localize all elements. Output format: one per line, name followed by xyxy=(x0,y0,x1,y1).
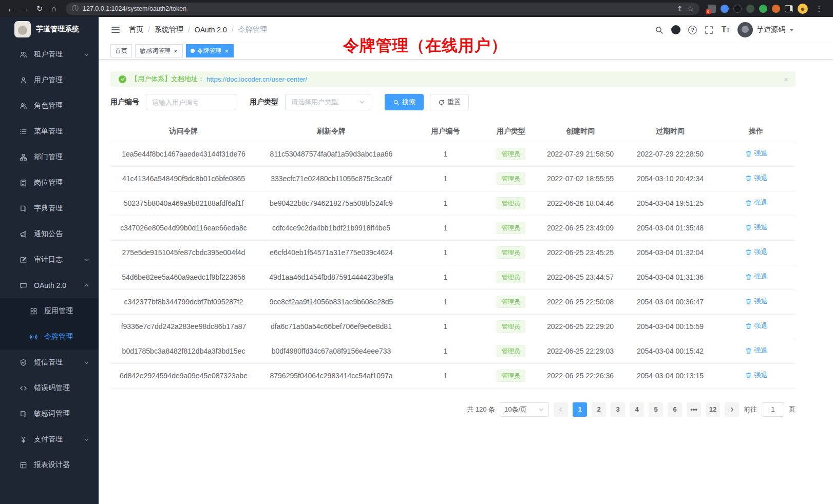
browser-menu-icon[interactable]: ⋮ xyxy=(812,2,826,15)
breadcrumb-item-2[interactable]: 系统管理 xyxy=(155,25,183,34)
page-button-6[interactable]: 6 xyxy=(668,402,682,417)
sidebar-item-tenant[interactable]: 租户管理 xyxy=(0,42,99,67)
force-logout-button[interactable]: 强退 xyxy=(745,247,768,257)
success-check-icon xyxy=(119,75,126,83)
page-button-5[interactable]: 5 xyxy=(649,402,663,417)
page-ellipsis[interactable]: ••• xyxy=(687,402,701,417)
extension-icon-4[interactable] xyxy=(746,5,754,13)
user-type-select[interactable]: 请选择用户类型 xyxy=(285,94,370,110)
sidebar-item-error-code[interactable]: 错误码管理 xyxy=(0,375,99,401)
sidebar-item-pay[interactable]: 支付管理 xyxy=(0,427,99,452)
page-button-2[interactable]: 2 xyxy=(592,402,606,417)
breadcrumb-item-1[interactable]: 首页 xyxy=(129,25,143,34)
sidebar-item-role[interactable]: 角色管理 xyxy=(0,93,99,119)
github-icon[interactable] xyxy=(671,25,680,34)
search-button-label: 搜索 xyxy=(402,98,415,107)
force-logout-icon xyxy=(745,372,752,379)
page-button-3[interactable]: 3 xyxy=(611,402,625,417)
force-logout-button[interactable]: 强退 xyxy=(745,371,768,380)
side-panel-icon[interactable] xyxy=(785,5,793,12)
token-table: 访问令牌刷新令牌用户编号用户类型创建时间过期时间操作 1ea5e44f8bc14… xyxy=(110,121,796,389)
sidebar-item-notice[interactable]: 通知公告 xyxy=(0,221,99,247)
sidebar-item-user[interactable]: 用户管理 xyxy=(0,67,99,93)
sidebar-item-sensitive-word[interactable]: 敏感词管理 xyxy=(0,401,99,427)
force-logout-button[interactable]: 强退 xyxy=(745,297,768,306)
app-logo[interactable]: 芋道管理系统 xyxy=(0,17,99,42)
tab-首页[interactable]: 首页 xyxy=(110,44,132,57)
sidebar-item-label: 租户管理 xyxy=(34,50,63,59)
sidebar-item-label: 审计日志 xyxy=(34,255,63,264)
user-type-badge: 管理员 xyxy=(497,370,525,382)
browser-home-button[interactable]: ⌂ xyxy=(47,2,61,15)
font-size-icon[interactable]: TT xyxy=(721,25,730,34)
close-tab-icon[interactable]: × xyxy=(173,48,178,54)
sidebar-item-oauth2-token[interactable]: 令牌管理 xyxy=(0,324,99,350)
sidebar-item-post[interactable]: 岗位管理 xyxy=(0,170,99,196)
user-menu[interactable]: 芋道源码 xyxy=(737,22,794,37)
page-size-select[interactable]: 10条/页 xyxy=(500,402,549,417)
tab-label: 首页 xyxy=(115,47,127,55)
browser-forward-button[interactable]: → xyxy=(18,2,32,15)
user-avatar xyxy=(737,22,753,37)
sidebar-item-report-designer[interactable]: 报表设计器 xyxy=(0,452,99,478)
user-type-cell: 管理员 xyxy=(485,166,537,191)
user-id-cell: 1 xyxy=(406,240,485,265)
active-tab-dot xyxy=(191,49,195,53)
alert-text: 【用户体系】文档地址： xyxy=(131,74,204,84)
force-logout-button[interactable]: 强退 xyxy=(745,272,768,281)
help-icon[interactable]: ? xyxy=(688,26,697,34)
prev-page-button[interactable] xyxy=(554,402,568,417)
search-icon[interactable] xyxy=(655,26,664,34)
extension-icon-2[interactable] xyxy=(721,5,729,13)
alert-close-icon[interactable]: × xyxy=(784,75,788,84)
sidebar-item-sms[interactable]: 短信管理 xyxy=(0,350,99,375)
force-logout-button[interactable]: 强退 xyxy=(745,149,768,158)
browser-reload-button[interactable]: ↻ xyxy=(33,2,46,15)
force-logout-button[interactable]: 强退 xyxy=(745,198,768,207)
force-logout-button[interactable]: 强退 xyxy=(745,173,768,183)
force-logout-button[interactable]: 强退 xyxy=(745,321,768,331)
tab-敏感词管理[interactable]: 敏感词管理× xyxy=(135,44,183,57)
browser-profile-avatar[interactable]: ☻ xyxy=(798,4,808,14)
force-logout-button[interactable]: 强退 xyxy=(745,223,768,232)
next-page-button[interactable] xyxy=(725,402,739,417)
page-button-12[interactable]: 12 xyxy=(706,402,720,417)
sidebar-item-label: OAuth 2.0 xyxy=(34,281,66,289)
address-bar[interactable]: ⓘ 127.0.0.1:1024/system/oauth2/token ↥ ☆ xyxy=(66,3,699,15)
page-buttons: 123456•••12 xyxy=(573,402,720,417)
user-type-badge: 管理员 xyxy=(497,148,525,160)
browser-back-button[interactable]: ← xyxy=(4,2,17,15)
extension-icon-3[interactable] xyxy=(733,5,742,13)
share-icon[interactable]: ↥ xyxy=(677,5,683,13)
sidebar-item-dict[interactable]: 字典管理 xyxy=(0,196,99,221)
book-icon xyxy=(20,204,28,212)
page-button-1[interactable]: 1 xyxy=(573,402,587,417)
sidebar-item-oauth2-app[interactable]: 应用管理 xyxy=(0,298,99,324)
sidebar-item-oauth2[interactable]: OAuth 2.0 xyxy=(0,273,99,298)
breadcrumb-item-3[interactable]: OAuth 2.0 xyxy=(195,26,227,34)
site-info-icon[interactable]: ⓘ xyxy=(72,4,79,13)
list-icon xyxy=(20,127,28,135)
bookmark-star-icon[interactable]: ☆ xyxy=(687,5,693,13)
page-button-4[interactable]: 4 xyxy=(630,402,644,417)
reset-button[interactable]: 重置 xyxy=(430,94,469,110)
chevron-down-icon xyxy=(83,436,90,443)
goto-page-input[interactable] xyxy=(762,402,784,417)
user-type-cell: 管理员 xyxy=(485,216,537,240)
force-logout-button[interactable]: 强退 xyxy=(745,346,768,355)
extension-icon-6[interactable] xyxy=(772,5,780,13)
extension-icon-5[interactable] xyxy=(759,5,767,13)
doc-link[interactable]: https://doc.iocoder.cn/user-center/ xyxy=(206,75,307,83)
user-id-input[interactable] xyxy=(146,94,236,110)
sidebar-item-menu[interactable]: 菜单管理 xyxy=(0,119,99,144)
sidebar-item-audit-log[interactable]: 审计日志 xyxy=(0,247,99,273)
fullscreen-icon[interactable] xyxy=(705,26,713,34)
extension-icon-1[interactable]: 6 xyxy=(708,5,716,13)
hamburger-icon[interactable] xyxy=(110,25,121,35)
close-tab-icon[interactable]: × xyxy=(224,48,230,54)
users-icon xyxy=(20,50,28,59)
sidebar-item-dept[interactable]: 部门管理 xyxy=(0,144,99,170)
search-button[interactable]: 搜索 xyxy=(385,94,424,110)
tab-令牌管理[interactable]: 令牌管理× xyxy=(186,44,234,57)
column-header: 操作 xyxy=(716,121,796,142)
